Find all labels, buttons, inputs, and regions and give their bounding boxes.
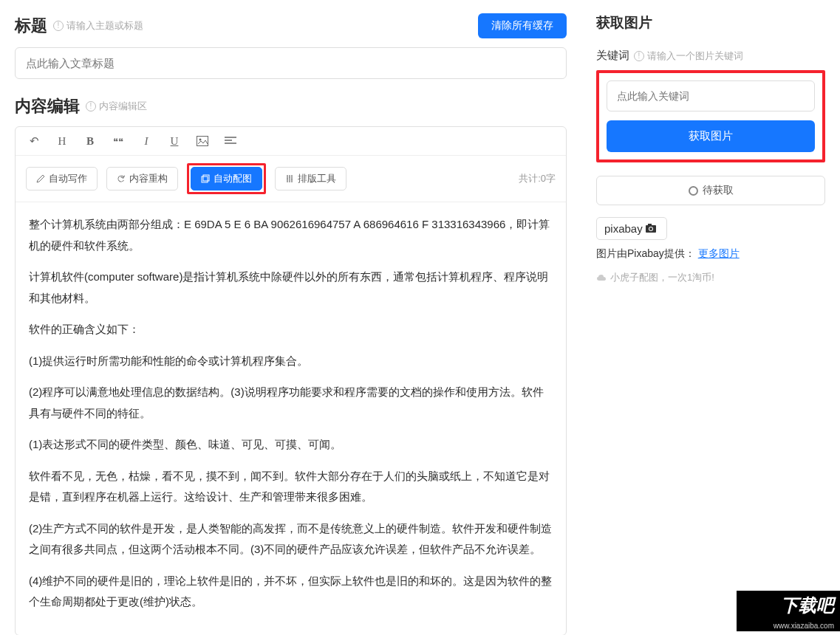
align-button[interactable] <box>222 137 239 145</box>
format-toolbar: ↶ H B ❝❝ I U <box>16 127 566 156</box>
credit-prefix: 图片由Pixabay提供： <box>596 247 695 259</box>
auto-write-label: 自动写作 <box>49 172 87 185</box>
auto-image-button[interactable]: 自动配图 <box>191 167 262 190</box>
content-header-row: 内容编辑 ! 内容编辑区 <box>15 95 567 117</box>
svg-rect-0 <box>197 137 208 146</box>
image-icon <box>197 136 208 146</box>
svg-point-9 <box>291 179 293 180</box>
article-title-input[interactable] <box>15 47 567 79</box>
paragraph: (4)维护不同的硬件是旧的，理论上软件是旧的，并不坏，但实际上软件也是旧的和坏的… <box>29 571 553 613</box>
title-hint-text: 请输入主题或标题 <box>66 19 143 32</box>
circle-icon <box>689 186 698 196</box>
auto-image-label: 自动配图 <box>214 172 252 185</box>
keyword-highlight-box: 获取图片 <box>596 70 825 162</box>
title-label: 标题 <box>15 15 47 37</box>
align-left-icon <box>225 137 236 145</box>
image-button[interactable] <box>194 136 211 146</box>
layout-tool-label: 排版工具 <box>298 172 336 185</box>
heading-button[interactable]: H <box>54 135 70 148</box>
editor-body[interactable]: 整个计算机系统由两部分组成：E 69DA 5 E 6 BA 9062616964… <box>16 202 566 635</box>
svg-point-12 <box>649 227 652 230</box>
cloud-icon <box>596 273 607 282</box>
info-icon: ! <box>53 21 64 31</box>
paragraph: (2)生产方式不同的软件是开发，是人类智能的高发挥，而不是传统意义上的硬件制造。… <box>29 518 553 560</box>
bold-button[interactable]: B <box>82 135 98 148</box>
tool-icon <box>285 174 294 183</box>
word-count: 共计:0字 <box>519 172 556 185</box>
more-images-link[interactable]: 更多图片 <box>698 247 740 259</box>
info-icon: ! <box>634 51 644 61</box>
underline-button[interactable]: U <box>166 135 182 148</box>
layout-tool-button[interactable]: 排版工具 <box>275 167 346 190</box>
main-panel: 标题 ! 请输入主题或标题 清除所有缓存 内容编辑 ! 内容编辑区 ↶ H B … <box>0 0 581 635</box>
title-header-row: 标题 ! 请输入主题或标题 清除所有缓存 <box>15 13 567 38</box>
paragraph: 计算机软件(computer software)是指计算机系统中除硬件以外的所有… <box>29 267 553 309</box>
info-icon: ! <box>86 101 96 111</box>
keyword-label: 关键词 <box>596 49 629 63</box>
content-hint: ! 内容编辑区 <box>86 100 147 113</box>
keyword-hint: ! 请输入一个图片关键词 <box>634 49 743 63</box>
refresh-icon <box>117 174 126 183</box>
pixabay-badge: pixabay <box>596 217 667 240</box>
watermark-brand: 下载吧 <box>737 591 840 620</box>
credit-row: 图片由Pixabay提供： 更多图片 <box>596 247 825 261</box>
svg-rect-5 <box>202 176 208 182</box>
brand-note-text: 小虎子配图，一次1淘币! <box>610 271 714 284</box>
paragraph: 整个计算机系统由两部分组成：E 69DA 5 E 6 BA 9062616964… <box>29 214 553 256</box>
content-rebuild-label: 内容重构 <box>129 172 168 185</box>
keyword-label-row: 关键词 ! 请输入一个图片关键词 <box>596 49 825 63</box>
fetch-image-button[interactable]: 获取图片 <box>607 120 815 152</box>
sidebar-title: 获取图片 <box>596 13 825 32</box>
pixabay-text: pixabay <box>604 222 643 235</box>
quote-button[interactable]: ❝❝ <box>110 136 126 147</box>
paragraph: 软件看不见，无色，枯燥，看不见，摸不到，闻不到。软件大部分存在于人们的头脑或纸上… <box>29 466 553 508</box>
paragraph: (2)程序可以满意地处理信息的数据结构。(3)说明程序功能要求和程序需要的文档的… <box>29 382 553 424</box>
watermark: 下载吧 www.xiazaiba.com <box>737 591 840 635</box>
content-label: 内容编辑 <box>15 95 80 117</box>
action-toolbar: 自动写作 内容重构 自动配图 排版工具 共计:0字 <box>16 156 566 202</box>
keyword-input[interactable] <box>607 80 815 111</box>
pending-label: 待获取 <box>703 184 734 197</box>
title-hint: ! 请输入主题或标题 <box>53 19 143 32</box>
keyword-hint-text: 请输入一个图片关键词 <box>647 49 743 63</box>
svg-rect-13 <box>648 224 652 226</box>
paragraph: 软件的正确含义如下： <box>29 319 553 340</box>
undo-button[interactable]: ↶ <box>26 134 42 148</box>
content-rebuild-button[interactable]: 内容重构 <box>106 167 178 190</box>
layers-icon <box>201 174 210 183</box>
svg-rect-6 <box>203 175 209 181</box>
auto-write-button[interactable]: 自动写作 <box>26 167 98 190</box>
svg-point-1 <box>199 139 202 141</box>
pencil-icon <box>36 174 45 183</box>
clear-cache-button[interactable]: 清除所有缓存 <box>478 13 567 38</box>
watermark-url: www.xiazaiba.com <box>737 620 840 631</box>
camera-icon <box>646 222 659 235</box>
content-hint-text: 内容编辑区 <box>99 100 147 113</box>
brand-note: 小虎子配图，一次1淘币! <box>596 271 825 284</box>
italic-button[interactable]: I <box>138 135 154 148</box>
svg-point-7 <box>287 178 288 179</box>
svg-point-8 <box>289 176 290 178</box>
sidebar-panel: 获取图片 关键词 ! 请输入一个图片关键词 获取图片 待获取 pixabay 图… <box>581 0 840 635</box>
editor-container: ↶ H B ❝❝ I U 自动写作 <box>15 126 567 635</box>
paragraph: (1)表达形式不同的硬件类型、颜色、味道、可见、可摸、可闻。 <box>29 434 553 456</box>
paragraph: (1)提供运行时所需功能和性能的命令或计算机程序集合。 <box>29 351 553 372</box>
auto-image-highlight: 自动配图 <box>187 163 266 194</box>
pending-button[interactable]: 待获取 <box>596 176 825 205</box>
